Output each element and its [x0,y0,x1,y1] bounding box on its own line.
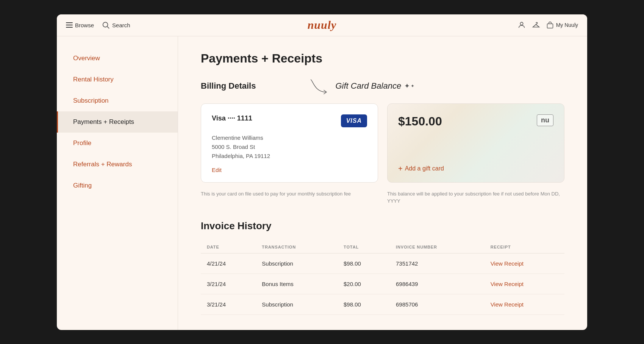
plus-icon: + [398,164,403,173]
nu-badge: nu [537,114,553,126]
invoice-table-body: 4/21/24 Subscription $98.00 7351742 View… [201,253,564,314]
col-invoice-number: INVOICE NUMBER [390,241,485,253]
invoice-date: 3/21/24 [201,274,256,294]
top-nav: Browse Search nuuly [57,14,587,36]
address-line2: Philadelphia, PA 19112 [212,152,367,161]
bag-icon [546,21,554,29]
person-icon [517,21,526,29]
sidebar-item-subscription[interactable]: Subscription [57,90,178,111]
address-line1: 5000 S. Broad St [212,142,367,152]
table-row: 3/21/24 Bonus Items $20.00 6986439 View … [201,274,564,294]
logo-text: nuuly [308,19,337,31]
sidebar-item-profile[interactable]: Profile [57,133,178,154]
browse-label: Browse [75,22,94,28]
sparkle-icon: ✦ [404,82,410,90]
cards-helper-row: This is your card on file used to pay fo… [201,190,564,205]
invoice-total: $98.00 [338,253,390,274]
invoice-date: 3/21/24 [201,294,256,314]
invoice-number: 6985706 [390,294,485,314]
sidebar-item-payments[interactable]: Payments + Receipts [57,111,178,133]
page-title: Payments + Receipts [201,52,564,66]
invoice-receipt-cell: View Receipt [485,294,564,314]
gift-card-section-title: Gift Card Balance [335,81,401,91]
col-receipt: RECEIPT [485,241,564,253]
invoice-number: 6986439 [390,274,485,294]
search-label: Search [112,22,130,28]
sparkle-icon-2: ✦ [411,83,414,89]
curved-arrow-icon [309,78,335,94]
my-nuuly-button[interactable]: My Nuuly [546,21,578,29]
sidebar-item-overview[interactable]: Overview [57,48,178,69]
card-address: Clementine Williams 5000 S. Broad St Phi… [212,133,367,161]
col-total: TOTAL [338,241,390,253]
invoice-number: 7351742 [390,253,485,274]
billing-card: Visa ···· 1111 VISA Clementine Williams … [201,103,378,183]
invoice-receipt-cell: View Receipt [485,253,564,274]
sidebar: Overview Rental History Subscription Pay… [57,36,178,330]
cards-row: Visa ···· 1111 VISA Clementine Williams … [201,103,564,183]
section-headers: Billing Details Gift Card Balance ✦ ✦ [201,78,564,94]
invoice-date: 4/21/24 [201,253,256,274]
card-top-row: Visa ···· 1111 VISA [212,114,367,127]
invoice-transaction: Subscription [256,294,338,314]
svg-point-0 [103,22,108,27]
invoice-title: Invoice History [201,220,564,232]
sidebar-item-gifting[interactable]: Gifting [57,175,178,196]
site-logo[interactable]: nuuly [308,19,337,31]
add-gift-label: Add a gift card [405,165,444,172]
invoice-table: DATE TRANSACTION TOTAL INVOICE NUMBER RE… [201,241,564,315]
hanger-icon-button[interactable] [532,21,540,29]
invoice-total: $98.00 [338,294,390,314]
cardholder-name: Clementine Williams [212,133,367,142]
visa-badge: VISA [341,114,367,127]
nav-right: My Nuuly [517,21,578,29]
my-nuuly-label: My Nuuly [556,22,578,28]
main-content: Payments + Receipts Billing Details Gift… [178,36,587,330]
invoice-table-head: DATE TRANSACTION TOTAL INVOICE NUMBER RE… [201,241,564,253]
invoice-total: $20.00 [338,274,390,294]
gift-balance: $150.00 [398,114,442,128]
sidebar-item-rental-history[interactable]: Rental History [57,69,178,90]
hamburger-icon [66,22,73,28]
gift-card-top-row: $150.00 nu [398,114,553,128]
col-date: DATE [201,241,256,253]
view-receipt-button[interactable]: View Receipt [491,260,524,267]
svg-point-2 [520,22,523,25]
card-number: Visa ···· 1111 [212,114,252,122]
search-button[interactable]: Search [102,21,130,29]
main-layout: Overview Rental History Subscription Pay… [57,36,587,330]
invoice-header-row: DATE TRANSACTION TOTAL INVOICE NUMBER RE… [201,241,564,253]
browse-button[interactable]: Browse [66,22,94,28]
sidebar-item-referrals[interactable]: Referrals + Rewards [57,154,178,175]
svg-line-1 [107,27,109,28]
invoice-transaction: Subscription [256,253,338,274]
account-icon-button[interactable] [517,21,526,29]
gift-card-header: Gift Card Balance ✦ ✦ [309,78,414,94]
col-transaction: TRANSACTION [256,241,338,253]
view-receipt-button[interactable]: View Receipt [491,301,524,308]
gift-helper-text: This balance will be applied to your sub… [387,190,564,205]
billing-section-title: Billing Details [201,81,256,91]
billing-helper-text: This is your card on file used to pay fo… [201,190,378,205]
invoice-transaction: Bonus Items [256,274,338,294]
table-row: 3/21/24 Subscription $98.00 6985706 View… [201,294,564,314]
browser-window: Browse Search nuuly [57,14,587,330]
view-receipt-button[interactable]: View Receipt [491,281,524,287]
search-icon [102,21,110,29]
invoice-receipt-cell: View Receipt [485,274,564,294]
svg-rect-3 [547,24,553,28]
gift-card-panel: $150.00 nu + Add a gift card [387,103,564,183]
hanger-icon [532,21,540,29]
edit-billing-button[interactable]: Edit [212,167,222,173]
nav-left: Browse Search [66,21,130,29]
add-gift-card-button[interactable]: + Add a gift card [398,164,553,173]
table-row: 4/21/24 Subscription $98.00 7351742 View… [201,253,564,274]
